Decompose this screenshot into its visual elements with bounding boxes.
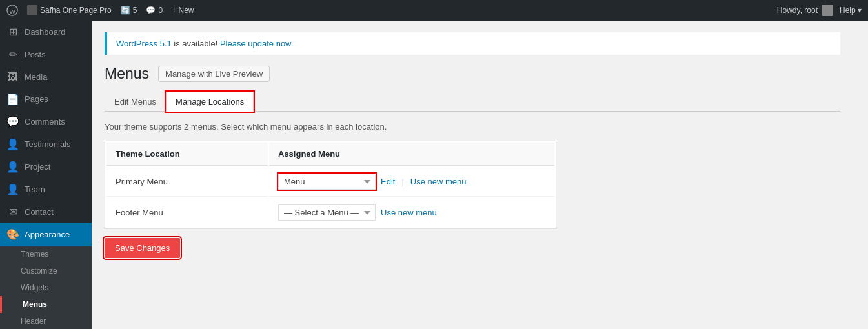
locations-description: Your theme supports 2 menus. Select whic… — [105, 122, 840, 132]
update-notice: WordPress 5.1 is available! Please updat… — [105, 32, 840, 55]
wp-version-link[interactable]: WordPress 5.1 — [116, 39, 172, 48]
pages-icon: 📄 — [6, 93, 19, 105]
sidebar-item-posts[interactable]: ✏ Posts — [0, 43, 92, 66]
submenu-header[interactable]: Header — [0, 313, 92, 329]
sidebar-item-comments[interactable]: 💬 Comments — [0, 110, 92, 133]
location-name-primary: Primary Menu — [106, 167, 268, 197]
appearance-icon: 🎨 — [6, 228, 19, 241]
submenu-widgets[interactable]: Widgets — [0, 279, 92, 296]
tab-edit-menus[interactable]: Edit Menus — [105, 92, 166, 112]
testimonials-icon: 👤 — [6, 138, 19, 150]
sidebar-label-posts: Posts — [25, 50, 46, 59]
table-row: Footer Menu — Select a Menu — Menu Use n… — [106, 198, 554, 227]
site-icon — [27, 5, 37, 15]
save-changes-button[interactable]: Save Changes — [105, 238, 180, 258]
site-name-link[interactable]: Safha One Page Pro — [27, 5, 112, 15]
dashboard-icon: ⊞ — [6, 26, 19, 38]
col-header-location: Theme Location — [106, 143, 268, 166]
page-title: Menus — [105, 65, 149, 83]
menu-cell-primary: Menu — Select a Menu — Edit | Use new me… — [269, 167, 554, 197]
admin-bar: W Safha One Page Pro 🔄 5 💬 0 + New Howdy… — [0, 0, 868, 21]
sidebar-label-testimonials: Testimonials — [25, 139, 71, 149]
col-header-menu: Assigned Menu — [269, 143, 554, 166]
live-preview-button[interactable]: Manage with Live Preview — [158, 66, 270, 82]
wp-logo-link[interactable]: W — [6, 5, 18, 16]
sidebar-label-contact: Contact — [25, 207, 54, 217]
sidebar-item-testimonials[interactable]: 👤 Testimonials — [0, 133, 92, 155]
sidebar-label-project: Project — [25, 162, 50, 172]
sidebar-label-dashboard: Dashboard — [25, 27, 66, 37]
menu-cell-footer: — Select a Menu — Menu Use new menu — [269, 198, 554, 227]
footer-menu-select[interactable]: — Select a Menu — Menu — [278, 204, 376, 221]
sidebar-item-contact[interactable]: ✉ Contact — [0, 201, 92, 223]
project-icon: 👤 — [6, 161, 19, 173]
tabs-nav: Edit Menus Manage Locations — [105, 92, 840, 112]
primary-menu-select[interactable]: Menu — Select a Menu — — [278, 174, 376, 190]
sidebar-item-media[interactable]: 🖼 Media — [0, 66, 92, 88]
user-avatar — [822, 5, 833, 16]
comments-link[interactable]: 💬 0 — [146, 6, 163, 15]
menu-select-group-footer: — Select a Menu — Menu Use new menu — [278, 204, 545, 221]
appearance-submenu: Themes Customize Widgets Menus Header Ba… — [0, 246, 92, 329]
updates-link[interactable]: 🔄 5 — [121, 6, 137, 15]
table-row: Primary Menu Menu — Select a Menu — Edit… — [106, 167, 554, 197]
comments-count: 0 — [158, 6, 163, 15]
svg-text:W: W — [10, 8, 16, 15]
submenu-customize[interactable]: Customize — [0, 263, 92, 279]
team-icon: 👤 — [6, 183, 19, 195]
update-now-link[interactable]: Please update now. — [220, 39, 293, 48]
sidebar-item-pages[interactable]: 📄 Pages — [0, 88, 92, 110]
sidebar-item-team[interactable]: 👤 Team — [0, 178, 92, 201]
contact-icon: ✉ — [6, 206, 19, 218]
updates-count: 5 — [133, 6, 137, 15]
locations-table: Theme Location Assigned Menu Primary Men… — [105, 141, 556, 229]
submenu-menus[interactable]: Menus — [0, 296, 92, 313]
use-new-menu-link-footer[interactable]: Use new menu — [381, 208, 437, 217]
site-name: Safha One Page Pro — [40, 6, 112, 15]
sidebar-item-appearance[interactable]: 🎨 Appearance — [0, 223, 92, 246]
sidebar-item-project[interactable]: 👤 Project — [0, 155, 92, 178]
page-header: Menus Manage with Live Preview — [105, 65, 840, 83]
sidebar-label-appearance: Appearance — [25, 230, 70, 239]
help-button[interactable]: Help ▾ — [840, 6, 862, 15]
posts-icon: ✏ — [6, 48, 19, 61]
new-content-link[interactable]: + New — [172, 6, 194, 15]
howdy-text: Howdy, root — [777, 5, 833, 16]
tab-manage-locations[interactable]: Manage Locations — [166, 92, 254, 112]
sidebar-label-team: Team — [25, 184, 45, 194]
location-name-footer: Footer Menu — [106, 198, 268, 227]
use-new-menu-link-primary[interactable]: Use new menu — [410, 177, 467, 186]
sidebar-label-media: Media — [25, 72, 47, 82]
menu-select-group-primary: Menu — Select a Menu — Edit | Use new me… — [278, 174, 545, 190]
new-label: + New — [172, 6, 194, 15]
main-content: WordPress 5.1 is available! Please updat… — [92, 21, 868, 329]
sidebar-item-dashboard[interactable]: ⊞ Dashboard — [0, 21, 92, 43]
edit-menu-link-primary[interactable]: Edit — [381, 177, 395, 186]
comments-icon: 💬 — [6, 115, 19, 128]
media-icon: 🖼 — [6, 71, 19, 83]
separator: | — [401, 177, 403, 186]
admin-sidebar: ⊞ Dashboard ✏ Posts 🖼 Media 📄 Pages 💬 Co… — [0, 21, 92, 329]
submenu-themes[interactable]: Themes — [0, 246, 92, 263]
sidebar-label-comments: Comments — [25, 117, 65, 126]
sidebar-label-pages: Pages — [25, 94, 48, 104]
